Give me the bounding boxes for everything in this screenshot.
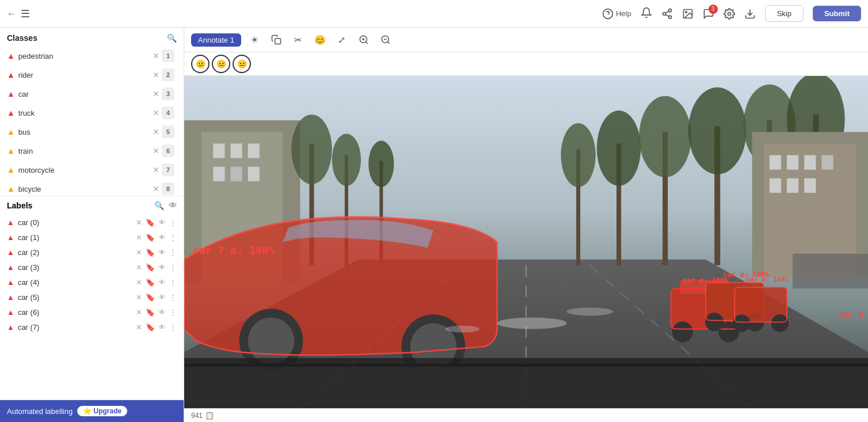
copy-icon[interactable]: 📋 [205, 411, 214, 420]
export-button[interactable] [744, 8, 756, 20]
class-icon-1: ▲ [7, 70, 15, 79]
label-more-2[interactable]: ⋮ [169, 248, 177, 257]
cut-tool[interactable]: ✂ [290, 31, 307, 48]
label-bookmark-3[interactable]: 🔖 [146, 263, 155, 272]
upgrade-badge[interactable]: ⭐ Upgrade [77, 406, 127, 416]
duplicate-icon [271, 35, 281, 45]
emoji-tool[interactable]: 😊 [311, 31, 329, 48]
skip-button[interactable]: Skip [765, 5, 804, 22]
label-item-1[interactable]: ▲ car (1) ✕ 🔖 👁 ⋮ [2, 230, 181, 245]
label-eye-6[interactable]: 👁 [158, 308, 166, 317]
label-more-6[interactable]: ⋮ [169, 308, 177, 317]
label-eye-4[interactable]: 👁 [158, 278, 166, 287]
label-item-0[interactable]: ▲ car (0) ✕ 🔖 👁 ⋮ [2, 215, 181, 230]
label-bookmark-6[interactable]: 🔖 [146, 308, 155, 317]
top-bar: ← ☰ Help 3 Skip Submit [0, 0, 868, 28]
label-eye-5[interactable]: 👁 [158, 293, 166, 302]
class-item-bicycle[interactable]: ▲ bicycle ✕ 8 [2, 180, 181, 196]
label-bookmark-1[interactable]: 🔖 [146, 233, 155, 242]
image-button[interactable] [682, 8, 694, 20]
label-item-5[interactable]: ▲ car (5) ✕ 🔖 👁 ⋮ [2, 290, 181, 305]
svg-point-95 [445, 325, 479, 332]
label-pin-6[interactable]: ✕ [136, 308, 142, 317]
duplicate-tool[interactable] [268, 31, 285, 48]
labels-header-icons: 🔍 👁 [154, 201, 177, 210]
label-more-5[interactable]: ⋮ [169, 293, 177, 302]
classes-search-icon[interactable]: 🔍 [167, 33, 177, 43]
label-item-3[interactable]: ▲ car (3) ✕ 🔖 👁 ⋮ [2, 260, 181, 275]
label-pin-3[interactable]: ✕ [136, 263, 142, 272]
label-item-6[interactable]: ▲ car (6) ✕ 🔖 👁 ⋮ [2, 305, 181, 320]
label-name-0: car (0) [18, 218, 136, 227]
label-eye-0[interactable]: 👁 [158, 218, 166, 227]
label-more-4[interactable]: ⋮ [169, 278, 177, 287]
labels-search-icon[interactable]: 🔍 [154, 201, 164, 210]
brightness-tool[interactable]: ☀ [246, 31, 263, 48]
help-button[interactable]: Help [602, 8, 631, 20]
label-item-4[interactable]: ▲ car (4) ✕ 🔖 👁 ⋮ [2, 275, 181, 290]
label-more-1[interactable]: ⋮ [169, 233, 177, 242]
share-button[interactable] [661, 8, 673, 20]
chat-button[interactable]: 3 [703, 8, 714, 20]
svg-point-81 [771, 314, 789, 332]
notification-bell[interactable] [641, 7, 652, 20]
labels-eye-icon[interactable]: 👁 [169, 201, 177, 210]
label-more-0[interactable]: ⋮ [169, 218, 177, 227]
class-icon-3: ▲ [7, 108, 15, 117]
label-bookmark-4[interactable]: 🔖 [146, 278, 155, 287]
classes-header: Classes 🔍 [0, 28, 184, 46]
pin-icon-3[interactable]: ✕ [153, 108, 159, 117]
auto-label-footer[interactable]: Automated labelling ⭐ Upgrade [0, 400, 184, 422]
pin-icon-5[interactable]: ✕ [153, 146, 159, 155]
label-pin-1[interactable]: ✕ [136, 233, 142, 242]
label-bookmark-7[interactable]: 🔖 [146, 323, 155, 332]
emoji-btn-2[interactable]: 😐 [233, 55, 251, 73]
class-item-rider[interactable]: ▲ rider ✕ 2 [2, 66, 181, 84]
emoji-btn-1[interactable]: 😐 [212, 55, 230, 73]
label-pin-0[interactable]: ✕ [136, 218, 142, 227]
label-item-7[interactable]: ▲ car (7) ✕ 🔖 👁 ⋮ [2, 320, 181, 334]
pin-icon-1[interactable]: ✕ [153, 70, 159, 79]
class-item-pedestrian[interactable]: ▲ pedestrian ✕ 1 [2, 47, 181, 65]
label-eye-7[interactable]: 👁 [158, 323, 166, 332]
label-eye-1[interactable]: 👁 [158, 233, 166, 242]
label-bookmark-2[interactable]: 🔖 [146, 248, 155, 257]
label-more-7[interactable]: ⋮ [169, 323, 177, 332]
class-item-car[interactable]: ▲ car ✕ 3 [2, 85, 181, 103]
expand-tool[interactable]: ⤢ [333, 31, 351, 48]
label-pin-5[interactable]: ✕ [136, 293, 142, 302]
label-pin-2[interactable]: ✕ [136, 248, 142, 257]
label-item-2[interactable]: ▲ car (2) ✕ 🔖 👁 ⋮ [2, 245, 181, 260]
svg-point-62 [248, 317, 295, 364]
zoom-in-tool[interactable] [355, 31, 372, 48]
main-layout: Classes 🔍 ▲ pedestrian ✕ 1 ▲ rider ✕ 2 ▲… [0, 28, 868, 422]
class-item-bus[interactable]: ▲ bus ✕ 5 [2, 123, 181, 141]
menu-icon[interactable]: ☰ [21, 7, 30, 20]
pin-icon-2[interactable]: ✕ [153, 89, 159, 98]
pin-icon-6[interactable]: ✕ [153, 165, 159, 174]
label-more-3[interactable]: ⋮ [169, 263, 177, 272]
submit-button[interactable]: Submit [813, 6, 861, 21]
label-pin-7[interactable]: ✕ [136, 323, 142, 332]
bell-icon [641, 7, 652, 18]
label-eye-3[interactable]: 👁 [158, 263, 166, 272]
class-item-truck[interactable]: ▲ truck ✕ 4 [2, 104, 181, 122]
class-item-train[interactable]: ▲ train ✕ 6 [2, 142, 181, 160]
class-item-motorcycle[interactable]: ▲ motorcycle ✕ 7 [2, 161, 181, 179]
svg-rect-58 [787, 178, 798, 193]
emoji-btn-0[interactable]: 😐 [191, 55, 210, 73]
label-bookmark-5[interactable]: 🔖 [146, 293, 155, 302]
label-bookmark-0[interactable]: 🔖 [146, 218, 155, 227]
settings-button[interactable] [724, 8, 735, 20]
svg-line-13 [366, 41, 367, 43]
back-icon[interactable]: ← [7, 9, 16, 19]
pin-icon-4[interactable]: ✕ [153, 127, 159, 136]
label-pin-4[interactable]: ✕ [136, 278, 142, 287]
pin-icon-0[interactable]: ✕ [153, 51, 159, 60]
zoom-out-tool[interactable] [377, 31, 394, 48]
class-num-6: 7 [162, 164, 174, 176]
annotate-tab[interactable]: Annotate 1 [191, 33, 241, 47]
svg-point-38 [368, 140, 394, 187]
pin-icon-7[interactable]: ✕ [153, 184, 159, 193]
label-eye-2[interactable]: 👁 [158, 248, 166, 257]
